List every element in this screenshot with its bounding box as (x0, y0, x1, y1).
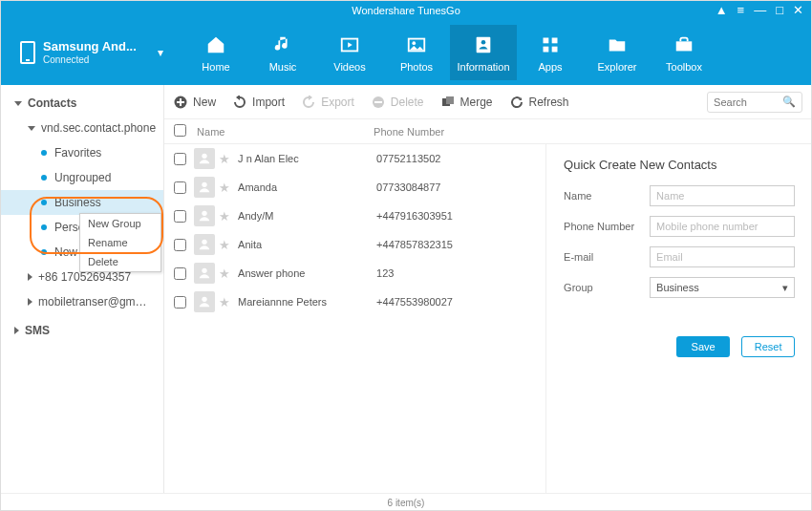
device-status: Connected (43, 54, 137, 66)
merge-icon (441, 96, 455, 109)
sidebar-contacts[interactable]: Contacts (1, 91, 163, 116)
svg-point-4 (481, 40, 486, 45)
contact-row[interactable]: ★Andy/M+447916303951 (164, 202, 545, 230)
svg-rect-5 (544, 38, 549, 44)
sidebar-source[interactable]: vnd.sec.contact.phone (1, 116, 163, 140)
contact-phone: +447916303951 (376, 210, 536, 222)
svg-point-21 (202, 268, 206, 273)
avatar-icon (194, 148, 215, 169)
svg-point-22 (202, 297, 206, 302)
phone-icon (20, 41, 35, 64)
row-checkbox[interactable] (174, 296, 186, 309)
merge-button[interactable]: Merge (441, 96, 493, 109)
bullet-icon (41, 150, 47, 156)
row-checkbox[interactable] (174, 210, 186, 223)
star-icon[interactable]: ★ (219, 295, 230, 309)
col-name[interactable]: Name (197, 126, 374, 138)
sidebar-group-ungrouped[interactable]: Ungrouped (1, 165, 163, 190)
row-checkbox[interactable] (174, 181, 186, 194)
menu-icon[interactable]: ≡ (737, 3, 745, 17)
import-icon (233, 96, 246, 109)
sidebar-label: Contacts (28, 96, 76, 110)
phone-input[interactable] (650, 216, 795, 237)
export-button[interactable]: Export (302, 96, 354, 109)
contact-row[interactable]: ★Answer phone123 (164, 259, 545, 287)
nav-apps[interactable]: Apps (517, 25, 584, 80)
nav-videos[interactable]: Videos (316, 25, 383, 80)
nav-explorer[interactable]: Explorer (584, 25, 651, 80)
sidebar: Contacts vnd.sec.contact.phone Favorites… (1, 85, 164, 493)
star-icon[interactable]: ★ (219, 238, 230, 252)
search-input[interactable] (714, 96, 782, 108)
sidebar-sms[interactable]: SMS (1, 318, 163, 343)
contact-row[interactable]: ★J n Alan Elec07752113502 (164, 144, 545, 173)
chevron-right-icon (28, 298, 32, 306)
videos-icon (316, 32, 383, 57)
name-input[interactable] (650, 185, 795, 206)
bullet-icon (41, 224, 47, 230)
nav-music[interactable]: Music (249, 25, 316, 80)
svg-point-19 (202, 211, 206, 216)
refresh-icon (510, 96, 524, 109)
bullet-icon (41, 175, 47, 181)
bullet-icon (41, 249, 47, 255)
item-count: 6 item(s) (388, 498, 425, 508)
star-icon[interactable]: ★ (219, 181, 230, 195)
avatar-icon (194, 263, 215, 284)
ctx-delete[interactable]: Delete (80, 252, 160, 271)
contact-name: Amanda (238, 181, 376, 193)
contact-phone: +447553980027 (376, 296, 536, 308)
contact-row[interactable]: ★Anita+447857832315 (164, 230, 545, 259)
star-icon[interactable]: ★ (219, 152, 230, 166)
sidebar-group-business[interactable]: Business (1, 190, 163, 215)
toolbox-icon (651, 32, 717, 57)
svg-rect-16 (446, 96, 454, 104)
sidebar-account[interactable]: mobiletranser@gmail.c... (1, 289, 163, 314)
close-icon[interactable]: ✕ (793, 3, 803, 17)
minimize-icon[interactable]: — (754, 3, 766, 17)
row-checkbox[interactable] (174, 153, 186, 165)
search-box[interactable]: 🔍 (707, 92, 802, 113)
svg-rect-6 (552, 38, 558, 44)
svg-point-18 (202, 182, 206, 187)
delete-button[interactable]: Delete (372, 96, 424, 109)
import-button[interactable]: Import (233, 96, 285, 109)
email-input[interactable] (650, 246, 795, 267)
maximize-icon[interactable]: □ (776, 3, 783, 17)
search-icon: 🔍 (782, 96, 796, 108)
row-checkbox[interactable] (174, 239, 186, 251)
star-icon[interactable]: ★ (219, 209, 230, 224)
contact-row[interactable]: ★Amanda07733084877 (164, 173, 545, 202)
svg-rect-9 (676, 41, 693, 51)
user-icon[interactable]: ▲ (716, 3, 728, 17)
contact-name: Andy/M (238, 210, 376, 222)
save-button[interactable]: Save (676, 336, 730, 357)
nav-information[interactable]: Information (450, 25, 517, 80)
nav-photos[interactable]: Photos (383, 25, 450, 80)
device-selector[interactable]: Samsung And... Connected ▾ (11, 39, 173, 66)
delete-icon (372, 96, 385, 109)
avatar-icon (194, 177, 215, 198)
svg-rect-12 (177, 101, 184, 103)
row-checkbox[interactable] (174, 267, 186, 280)
col-phone[interactable]: Phone Number (374, 126, 802, 138)
new-button[interactable]: New (174, 96, 216, 109)
reset-button[interactable]: Reset (741, 336, 795, 357)
star-icon[interactable]: ★ (219, 266, 230, 281)
svg-rect-14 (374, 101, 382, 103)
ctx-new-group[interactable]: New Group (80, 214, 160, 233)
context-menu: New GroupRenameDelete (79, 213, 161, 272)
sidebar-group-favorites[interactable]: Favorites (1, 140, 163, 165)
refresh-button[interactable]: Refresh (510, 96, 569, 109)
select-all-checkbox[interactable] (174, 124, 186, 137)
contact-row[interactable]: ★Mareiannne Peters+447553980027 (164, 287, 545, 316)
photos-icon (383, 32, 450, 57)
nav-home[interactable]: Home (182, 25, 249, 80)
group-select[interactable]: Business ▾ (650, 277, 795, 298)
title-bar: Wondershare TunesGo ▲ ≡ — □ ✕ (1, 1, 811, 20)
nav-toolbox[interactable]: Toolbox (651, 25, 717, 80)
ctx-rename[interactable]: Rename (80, 233, 160, 252)
contact-name: Anita (238, 239, 376, 250)
svg-point-2 (412, 41, 416, 45)
contact-phone: 07752113502 (376, 153, 536, 164)
